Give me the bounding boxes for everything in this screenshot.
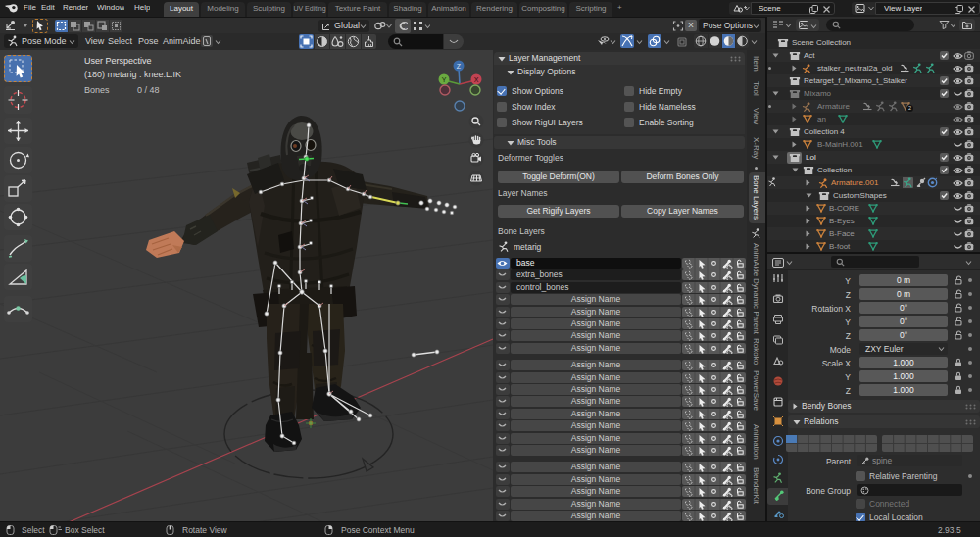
svg-text:X: X bbox=[474, 76, 479, 83]
svg-text:Y: Y bbox=[442, 76, 447, 83]
svg-text:Z: Z bbox=[457, 63, 462, 70]
